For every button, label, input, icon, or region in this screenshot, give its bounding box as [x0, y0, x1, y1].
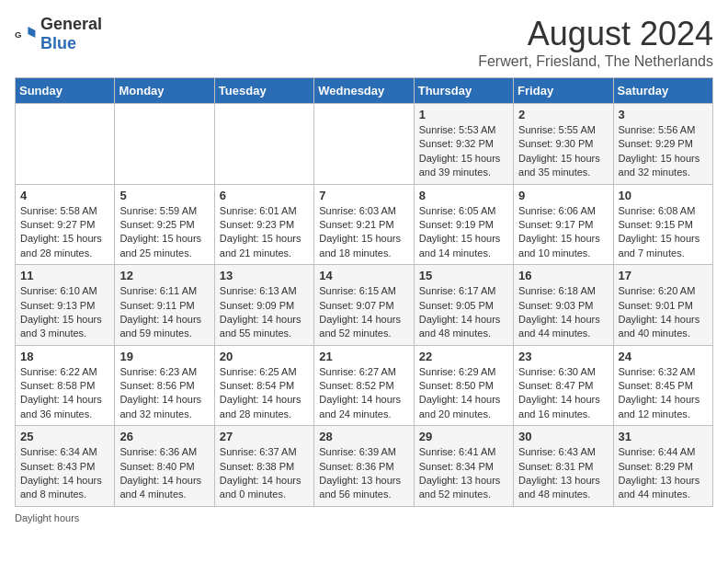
day-header-tuesday: Tuesday [214, 78, 313, 104]
day-header-friday: Friday [514, 78, 613, 104]
calendar-cell: 15Sunrise: 6:17 AM Sunset: 9:05 PM Dayli… [414, 265, 513, 346]
cell-info: Sunrise: 6:01 AM Sunset: 9:23 PM Dayligh… [220, 204, 309, 261]
day-header-monday: Monday [115, 78, 214, 104]
day-number: 24 [619, 350, 708, 363]
calendar-cell: 18Sunrise: 6:22 AM Sunset: 8:58 PM Dayli… [16, 345, 115, 426]
day-number: 14 [319, 269, 408, 282]
day-number: 17 [619, 269, 708, 282]
day-number: 22 [419, 350, 508, 363]
calendar-cell: 13Sunrise: 6:13 AM Sunset: 9:09 PM Dayli… [214, 265, 313, 346]
cell-info: Sunrise: 6:10 AM Sunset: 9:13 PM Dayligh… [20, 284, 109, 341]
day-number: 7 [319, 189, 408, 202]
calendar-cell: 24Sunrise: 6:32 AM Sunset: 8:45 PM Dayli… [613, 345, 712, 426]
logo-blue: Blue [40, 34, 76, 52]
day-number: 26 [119, 430, 209, 443]
day-number: 8 [419, 189, 508, 202]
svg-marker-1 [28, 27, 35, 38]
cell-info: Sunrise: 6:06 AM Sunset: 9:17 PM Dayligh… [518, 204, 608, 261]
day-number: 2 [518, 108, 608, 121]
calendar-cell: 6Sunrise: 6:01 AM Sunset: 9:23 PM Daylig… [214, 184, 313, 265]
calendar-header-row: SundayMondayTuesdayWednesdayThursdayFrid… [16, 78, 713, 104]
header: G General Blue August 2024 Ferwert, Frie… [15, 15, 713, 70]
footer: Daylight hours [15, 512, 713, 523]
day-number: 19 [119, 350, 209, 363]
calendar-cell: 10Sunrise: 6:08 AM Sunset: 9:15 PM Dayli… [613, 184, 712, 265]
cell-info: Sunrise: 5:58 AM Sunset: 9:27 PM Dayligh… [20, 204, 109, 261]
calendar-cell: 17Sunrise: 6:20 AM Sunset: 9:01 PM Dayli… [613, 265, 712, 346]
day-header-sunday: Sunday [16, 78, 115, 104]
day-number: 31 [619, 430, 708, 443]
calendar-cell: 29Sunrise: 6:41 AM Sunset: 8:34 PM Dayli… [414, 426, 513, 507]
cell-info: Sunrise: 6:27 AM Sunset: 8:52 PM Dayligh… [319, 365, 408, 422]
cell-info: Sunrise: 6:23 AM Sunset: 8:56 PM Dayligh… [119, 365, 209, 422]
day-number: 4 [20, 189, 109, 202]
cell-info: Sunrise: 6:13 AM Sunset: 9:09 PM Dayligh… [220, 284, 309, 341]
cell-info: Sunrise: 6:25 AM Sunset: 8:54 PM Dayligh… [220, 365, 309, 422]
day-number: 15 [419, 269, 508, 282]
calendar-cell: 19Sunrise: 6:23 AM Sunset: 8:56 PM Dayli… [115, 345, 214, 426]
calendar-table: SundayMondayTuesdayWednesdayThursdayFrid… [15, 77, 713, 507]
location-title: Ferwert, Friesland, The Netherlands [478, 53, 713, 70]
cell-info: Sunrise: 6:18 AM Sunset: 9:03 PM Dayligh… [518, 284, 608, 341]
day-header-wednesday: Wednesday [314, 78, 414, 104]
day-number: 3 [619, 108, 708, 121]
month-title: August 2024 [478, 15, 713, 53]
cell-info: Sunrise: 6:37 AM Sunset: 8:38 PM Dayligh… [220, 445, 309, 502]
cell-info: Sunrise: 6:41 AM Sunset: 8:34 PM Dayligh… [419, 445, 508, 502]
day-number: 20 [220, 350, 309, 363]
day-number: 28 [319, 430, 408, 443]
day-number: 12 [119, 269, 209, 282]
cell-info: Sunrise: 5:55 AM Sunset: 9:30 PM Dayligh… [518, 123, 608, 180]
cell-info: Sunrise: 6:30 AM Sunset: 8:47 PM Dayligh… [518, 365, 608, 422]
day-header-thursday: Thursday [414, 78, 513, 104]
day-number: 27 [220, 430, 309, 443]
calendar-cell: 16Sunrise: 6:18 AM Sunset: 9:03 PM Dayli… [514, 265, 613, 346]
cell-info: Sunrise: 6:08 AM Sunset: 9:15 PM Dayligh… [619, 204, 708, 261]
logo-icon: G [15, 23, 37, 45]
logo: G General Blue [15, 15, 102, 53]
day-number: 18 [20, 350, 109, 363]
cell-info: Sunrise: 5:56 AM Sunset: 9:29 PM Dayligh… [619, 123, 708, 180]
day-number: 30 [518, 430, 608, 443]
calendar-cell: 26Sunrise: 6:36 AM Sunset: 8:40 PM Dayli… [115, 426, 214, 507]
cell-info: Sunrise: 6:17 AM Sunset: 9:05 PM Dayligh… [419, 284, 508, 341]
calendar-cell: 28Sunrise: 6:39 AM Sunset: 8:36 PM Dayli… [314, 426, 414, 507]
calendar-cell: 12Sunrise: 6:11 AM Sunset: 9:11 PM Dayli… [115, 265, 214, 346]
cell-info: Sunrise: 6:15 AM Sunset: 9:07 PM Dayligh… [319, 284, 408, 341]
calendar-cell: 30Sunrise: 6:43 AM Sunset: 8:31 PM Dayli… [514, 426, 613, 507]
day-number: 21 [319, 350, 408, 363]
calendar-cell: 11Sunrise: 6:10 AM Sunset: 9:13 PM Dayli… [16, 265, 115, 346]
calendar-cell: 27Sunrise: 6:37 AM Sunset: 8:38 PM Dayli… [214, 426, 313, 507]
calendar-cell: 7Sunrise: 6:03 AM Sunset: 9:21 PM Daylig… [314, 184, 414, 265]
cell-info: Sunrise: 6:43 AM Sunset: 8:31 PM Dayligh… [518, 445, 608, 502]
calendar-cell: 2Sunrise: 5:55 AM Sunset: 9:30 PM Daylig… [514, 104, 613, 185]
calendar-cell: 1Sunrise: 5:53 AM Sunset: 9:32 PM Daylig… [414, 104, 513, 185]
calendar-cell [115, 104, 214, 185]
title-area: August 2024 Ferwert, Friesland, The Neth… [478, 15, 713, 70]
day-number: 9 [518, 189, 608, 202]
calendar-cell: 31Sunrise: 6:44 AM Sunset: 8:29 PM Dayli… [613, 426, 712, 507]
calendar-cell [214, 104, 313, 185]
calendar-week-row: 4Sunrise: 5:58 AM Sunset: 9:27 PM Daylig… [16, 184, 713, 265]
calendar-cell: 4Sunrise: 5:58 AM Sunset: 9:27 PM Daylig… [16, 184, 115, 265]
cell-info: Sunrise: 6:22 AM Sunset: 8:58 PM Dayligh… [20, 365, 109, 422]
svg-text:G: G [15, 29, 21, 40]
calendar-cell: 25Sunrise: 6:34 AM Sunset: 8:43 PM Dayli… [16, 426, 115, 507]
calendar-week-row: 11Sunrise: 6:10 AM Sunset: 9:13 PM Dayli… [16, 265, 713, 346]
logo-general: General [40, 15, 102, 33]
day-number: 23 [518, 350, 608, 363]
day-number: 16 [518, 269, 608, 282]
calendar-cell [16, 104, 115, 185]
calendar-cell: 20Sunrise: 6:25 AM Sunset: 8:54 PM Dayli… [214, 345, 313, 426]
day-number: 5 [119, 189, 209, 202]
cell-info: Sunrise: 6:29 AM Sunset: 8:50 PM Dayligh… [419, 365, 508, 422]
cell-info: Sunrise: 5:53 AM Sunset: 9:32 PM Dayligh… [419, 123, 508, 180]
calendar-cell: 5Sunrise: 5:59 AM Sunset: 9:25 PM Daylig… [115, 184, 214, 265]
cell-info: Sunrise: 5:59 AM Sunset: 9:25 PM Dayligh… [119, 204, 209, 261]
day-number: 1 [419, 108, 508, 121]
calendar-cell [314, 104, 414, 185]
calendar-cell: 8Sunrise: 6:05 AM Sunset: 9:19 PM Daylig… [414, 184, 513, 265]
day-number: 29 [419, 430, 508, 443]
calendar-cell: 3Sunrise: 5:56 AM Sunset: 9:29 PM Daylig… [613, 104, 712, 185]
cell-info: Sunrise: 6:34 AM Sunset: 8:43 PM Dayligh… [20, 445, 109, 502]
